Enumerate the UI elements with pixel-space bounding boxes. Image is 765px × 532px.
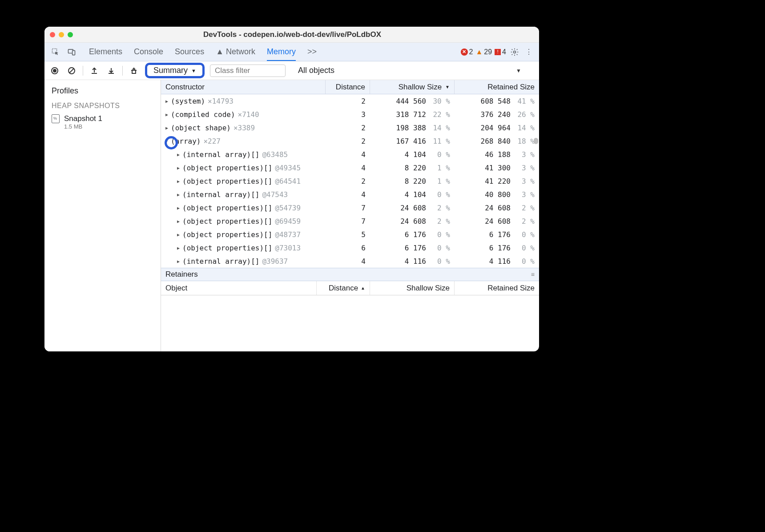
class-filter-input[interactable] xyxy=(210,64,286,77)
table-row[interactable]: ▶ (internal array)[] @6348544 1040 %46 1… xyxy=(161,148,539,161)
device-toolbar-icon[interactable] xyxy=(65,45,78,59)
titlebar: DevTools - codepen.io/web-dot-dev/live/P… xyxy=(44,27,539,43)
tab-elements[interactable]: Elements xyxy=(89,47,122,56)
retainers-body xyxy=(161,295,539,322)
table-row[interactable]: ▶ (object properties)[] @6454128 2201 %4… xyxy=(161,174,539,188)
warning-icon: ▲ xyxy=(216,47,224,56)
shallow-cell: 444 56030 % xyxy=(370,97,455,105)
tab-console[interactable]: Console xyxy=(134,47,163,56)
distance-cell: 2 xyxy=(326,177,370,185)
constructor-name: (internal array)[] xyxy=(182,150,259,159)
table-row[interactable]: ▶ (compiled code) ×71403318 71222 %376 2… xyxy=(161,108,539,121)
chevron-down-icon[interactable]: ▼ xyxy=(516,68,521,74)
distance-cell: 2 xyxy=(326,137,370,145)
svg-point-5 xyxy=(53,69,56,73)
disclosure-triangle-icon[interactable]: ▶ xyxy=(177,206,180,210)
disclosure-triangle-icon[interactable]: ▶ xyxy=(177,259,180,264)
perspective-select[interactable]: Summary ▼ xyxy=(145,63,205,78)
retained-cell: 40 8003 % xyxy=(455,190,539,199)
retained-cell: 24 6082 % xyxy=(455,217,539,226)
errors-counter[interactable]: ✕ 2 xyxy=(461,48,473,56)
retainers-header: Retainers ≡ xyxy=(161,268,539,281)
shallow-cell: 4 1040 % xyxy=(370,190,455,199)
disclosure-triangle-icon[interactable]: ▶ xyxy=(177,165,180,170)
table-row[interactable]: ▶ (object properties)[] @7301366 1760 %6… xyxy=(161,241,539,254)
shallow-cell: 6 1760 % xyxy=(370,230,455,239)
scrollbar-thumb[interactable] xyxy=(534,138,538,144)
disclosure-triangle-icon[interactable]: ▶ xyxy=(177,246,180,250)
table-row[interactable]: ▶ (internal array)[] @4754344 1040 %40 8… xyxy=(161,188,539,201)
clear-icon[interactable] xyxy=(66,65,77,77)
panel-menu-icon[interactable]: ≡ xyxy=(531,271,535,278)
snapshot-name: Snapshot 1 xyxy=(64,114,102,123)
constructor-name: (object properties)[] xyxy=(182,230,272,239)
distance-cell: 4 xyxy=(326,190,370,199)
warnings-counter[interactable]: ▲ 29 xyxy=(475,48,492,56)
inspect-element-icon[interactable] xyxy=(49,45,62,59)
table-row[interactable]: ▶ (internal array)[] @3963744 1160 %4 11… xyxy=(161,254,539,268)
shallow-cell: 318 71222 % xyxy=(370,110,455,119)
ret-col-object[interactable]: Object xyxy=(161,281,317,295)
zoom-window-button[interactable] xyxy=(68,32,73,37)
disclosure-triangle-icon[interactable]: ▶ xyxy=(177,179,180,184)
tab-sources[interactable]: Sources xyxy=(175,47,204,56)
disclosure-triangle-icon[interactable]: ▶ xyxy=(165,140,169,142)
disclosure-triangle-icon[interactable]: ▶ xyxy=(177,152,180,157)
grid-body[interactable]: ▶ (system) ×147932444 56030 %608 54841 %… xyxy=(161,94,539,268)
table-row[interactable]: ▶ (system) ×147932444 56030 %608 54841 % xyxy=(161,94,539,108)
table-row[interactable]: ▶ (object properties)[] @4873756 1760 %6… xyxy=(161,228,539,241)
retained-cell: 41 2203 % xyxy=(455,177,539,185)
disclosure-triangle-icon[interactable]: ▶ xyxy=(177,192,180,197)
col-shallow-size[interactable]: Shallow Size▼ xyxy=(370,80,455,94)
profiles-sidebar: Profiles HEAP SNAPSHOTS Snapshot 1 1.5 M… xyxy=(44,80,161,351)
table-row[interactable]: ▶ (array) ×2272167 41611 %268 84018 % xyxy=(161,134,539,148)
load-icon[interactable] xyxy=(89,65,100,77)
table-row[interactable]: ▶ (object properties)[] @54739724 6082 %… xyxy=(161,201,539,214)
disclosure-triangle-icon[interactable]: ▶ xyxy=(165,125,168,130)
distance-cell: 2 xyxy=(326,124,370,132)
retained-cell: 41 3003 % xyxy=(455,164,539,172)
sidebar-item-snapshot[interactable]: Snapshot 1 1.5 MB xyxy=(44,112,161,133)
constructor-name: (object properties)[] xyxy=(182,164,272,172)
col-retained-size[interactable]: Retained Size xyxy=(455,80,539,94)
constructor-name: (array) xyxy=(171,137,201,145)
disclosure-triangle-icon[interactable]: ▶ xyxy=(177,232,180,237)
distance-cell: 3 xyxy=(326,110,370,119)
record-icon[interactable] xyxy=(49,65,60,77)
constructor-name: (object properties)[] xyxy=(182,244,272,252)
traffic-lights xyxy=(50,32,73,37)
shallow-cell: 167 41611 % xyxy=(370,137,455,145)
disclosure-triangle-icon[interactable]: ▶ xyxy=(165,112,168,117)
tabs-overflow-button[interactable]: >> xyxy=(307,47,317,56)
collect-garbage-icon[interactable] xyxy=(128,65,140,77)
disclosure-triangle-icon[interactable]: ▶ xyxy=(177,219,180,224)
save-icon[interactable] xyxy=(105,65,117,77)
more-options-icon[interactable]: ⋮ xyxy=(523,46,535,58)
status-cluster: ✕ 2 ▲ 29 ! 4 ⋮ xyxy=(461,46,535,58)
close-window-button[interactable] xyxy=(50,32,55,37)
distance-cell: 7 xyxy=(326,217,370,226)
ret-col-distance[interactable]: Distance▲ xyxy=(317,281,370,295)
minimize-window-button[interactable] xyxy=(59,32,64,37)
issues-counter[interactable]: ! 4 xyxy=(495,48,506,56)
ret-col-retained[interactable]: Retained Size xyxy=(455,281,539,295)
table-row[interactable]: ▶ (object properties)[] @69459724 6082 %… xyxy=(161,214,539,228)
table-row[interactable]: ▶ (object shape) ×33892198 38814 %204 96… xyxy=(161,121,539,134)
tab-network[interactable]: ▲ Network xyxy=(216,47,255,56)
tab-memory[interactable]: Memory xyxy=(267,47,296,61)
shallow-cell: 6 1760 % xyxy=(370,244,455,252)
table-row[interactable]: ▶ (object properties)[] @4934548 2201 %4… xyxy=(161,161,539,174)
warning-icon: ▲ xyxy=(475,48,483,56)
main-tabs-bar: Elements Console Sources ▲ Network Memor… xyxy=(44,43,539,61)
scope-select[interactable]: All objects xyxy=(298,66,334,75)
disclosure-triangle-icon[interactable]: ▶ xyxy=(165,99,168,104)
col-constructor[interactable]: Constructor xyxy=(161,80,326,94)
shallow-cell: 198 38814 % xyxy=(370,124,455,132)
distance-cell: 7 xyxy=(326,204,370,212)
instance-count: ×14793 xyxy=(208,97,234,105)
col-distance[interactable]: Distance xyxy=(326,80,370,94)
ret-col-shallow[interactable]: Shallow Size xyxy=(370,281,455,295)
object-id: @49345 xyxy=(275,164,301,172)
retained-cell: 6 1760 % xyxy=(455,230,539,239)
settings-icon[interactable] xyxy=(509,46,520,58)
